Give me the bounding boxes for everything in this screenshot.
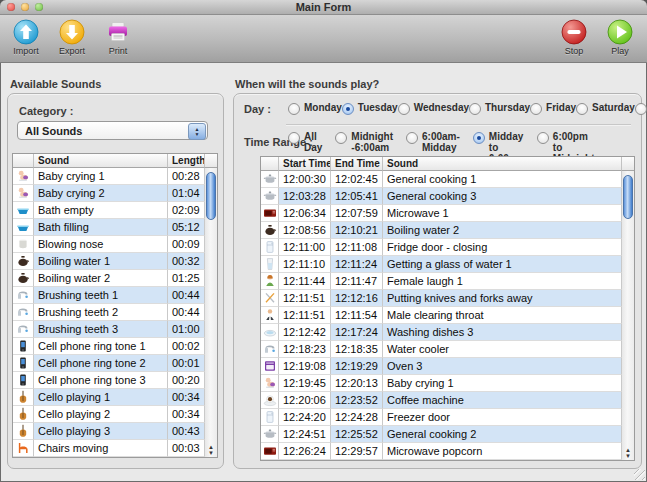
sound-name-cell: Brushing teeth 3 bbox=[34, 321, 168, 338]
end-time-cell: 12:29:57 bbox=[331, 443, 383, 460]
schedule-table-vertical-scrollbar[interactable]: ▲▼ bbox=[622, 171, 634, 460]
category-select[interactable]: All Sounds ▲▼ bbox=[17, 121, 208, 140]
start-time-cell: 12:03:28 bbox=[279, 188, 331, 205]
baby-icon bbox=[13, 168, 34, 185]
header-icon-column bbox=[13, 154, 34, 168]
day-option-monday[interactable]: Monday bbox=[288, 102, 342, 115]
toolbar: ImportExportPrint StopPlay bbox=[0, 15, 647, 63]
day-option-friday[interactable]: Friday bbox=[530, 102, 576, 115]
end-time-cell: 12:18:35 bbox=[331, 341, 383, 358]
phone-icon bbox=[13, 338, 34, 355]
day-option-thursday[interactable]: Thursday bbox=[469, 102, 530, 115]
start-time-cell: 12:06:34 bbox=[279, 205, 331, 222]
scrollbar-arrows[interactable]: ▲▼ bbox=[205, 444, 217, 456]
day-radio-wednesday[interactable] bbox=[398, 103, 410, 115]
available-sounds-box: Category : All Sounds ▲▼ SoundLengthBaby… bbox=[7, 93, 224, 469]
day-option-tuesday[interactable]: Tuesday bbox=[342, 102, 398, 115]
sound-name-cell: Brushing teeth 1 bbox=[34, 287, 168, 304]
start-time-cell: 12:20:06 bbox=[279, 392, 331, 409]
header-length: Length bbox=[168, 154, 205, 168]
day-option-saturday[interactable]: Saturday bbox=[576, 102, 635, 115]
time-range-radio-midnight-6-00am[interactable] bbox=[335, 132, 347, 144]
fridge-icon bbox=[261, 409, 279, 426]
time-range-radio-label: 6:00am-Midday bbox=[422, 131, 460, 153]
import-button[interactable]: Import bbox=[5, 17, 47, 56]
day-radio-thursday[interactable] bbox=[469, 103, 481, 115]
scroll-down-icon[interactable]: ▼ bbox=[625, 453, 631, 459]
time-range-radio-midday-to-6-00pm-selected[interactable] bbox=[473, 132, 485, 144]
print-button[interactable]: Print bbox=[97, 17, 139, 56]
sound-length-cell: 00:09 bbox=[168, 236, 205, 253]
end-time-cell: 12:11:47 bbox=[331, 273, 383, 290]
time-range-option-all-day[interactable]: All Day bbox=[288, 131, 322, 153]
schedule-sound-cell: Water cooler bbox=[383, 341, 622, 358]
time-range-radio-6-00am-midday[interactable] bbox=[406, 132, 418, 144]
play-button[interactable]: Play bbox=[599, 17, 641, 56]
faucet-icon bbox=[13, 304, 34, 321]
schedule-sound-cell: Fridge door - closing bbox=[383, 239, 622, 256]
time-range-option-6-00am-midday[interactable]: 6:00am-Midday bbox=[406, 131, 460, 153]
time-range-option-midnight-6-00am[interactable]: Midnight-6:00am bbox=[335, 131, 393, 153]
scroll-down-icon[interactable]: ▼ bbox=[208, 450, 214, 456]
day-radio-sunday[interactable] bbox=[635, 103, 647, 115]
window-title: Main Form bbox=[0, 1, 647, 13]
print-icon bbox=[105, 19, 131, 45]
end-time-cell: 12:25:52 bbox=[331, 426, 383, 443]
pot-icon bbox=[261, 188, 279, 205]
stop-button-label: Stop bbox=[565, 46, 584, 56]
time-range-radio-6-00pm-to-midnight[interactable] bbox=[537, 132, 549, 144]
sound-name-cell: Cello playing 3 bbox=[34, 423, 168, 440]
schedule-sound-cell: Washing dishes 3 bbox=[383, 324, 622, 341]
coffee-icon bbox=[261, 392, 279, 409]
day-radio-tuesday-selected[interactable] bbox=[342, 103, 354, 115]
phone-icon bbox=[13, 355, 34, 372]
sounds-table-vertical-scrollbar[interactable]: ▲▼ bbox=[205, 168, 217, 457]
start-time-cell: 12:11:51 bbox=[279, 290, 331, 307]
stop-icon bbox=[561, 19, 587, 45]
sound-length-cell: 00:34 bbox=[168, 389, 205, 406]
schedule-sound-cell: General cooking 3 bbox=[383, 188, 622, 205]
day-option-wednesday[interactable]: Wednesday bbox=[398, 102, 469, 115]
start-time-cell: 12:11:51 bbox=[279, 307, 331, 324]
sound-name-cell: Baby crying 2 bbox=[34, 185, 168, 202]
tissue-icon bbox=[13, 236, 34, 253]
resize-grip-icon[interactable] bbox=[634, 469, 645, 480]
scrollbar-thumb[interactable] bbox=[206, 172, 216, 220]
category-label: Category : bbox=[19, 105, 73, 117]
sound-name-cell: Bath filling bbox=[34, 219, 168, 236]
faucet-icon bbox=[261, 341, 279, 358]
time-range-radio-label: Midnight-6:00am bbox=[351, 131, 393, 153]
time-range-radio-all-day[interactable] bbox=[288, 132, 300, 144]
baby-icon bbox=[13, 185, 34, 202]
stop-button[interactable]: Stop bbox=[553, 17, 595, 56]
start-time-cell: 12:19:08 bbox=[279, 358, 331, 375]
schedule-table: Start TimeEnd TimeSound12:00:3012:02:45G… bbox=[260, 156, 635, 461]
pot-icon bbox=[261, 426, 279, 443]
scrollbar-arrows[interactable]: ▲▼ bbox=[622, 447, 634, 459]
start-time-cell: 12:11:00 bbox=[279, 239, 331, 256]
day-radio-saturday[interactable] bbox=[576, 103, 588, 115]
select-stepper-icon[interactable]: ▲▼ bbox=[188, 123, 206, 140]
title-bar[interactable]: Main Form bbox=[0, 0, 647, 15]
export-button[interactable]: Export bbox=[51, 17, 93, 56]
sound-length-cell: 00:43 bbox=[168, 423, 205, 440]
faucet-icon bbox=[13, 287, 34, 304]
sound-name-cell: Boiling water 2 bbox=[34, 270, 168, 287]
day-radio-label: Thursday bbox=[485, 102, 530, 113]
schedule-sound-cell: General cooking 1 bbox=[383, 171, 622, 188]
sound-length-cell: 00:44 bbox=[168, 287, 205, 304]
start-time-cell: 12:12:42 bbox=[279, 324, 331, 341]
baby-icon bbox=[261, 375, 279, 392]
fridge-icon bbox=[261, 239, 279, 256]
schedule-sound-cell: Microwave 1 bbox=[383, 205, 622, 222]
scrollbar-thumb[interactable] bbox=[623, 175, 633, 219]
sounds-table: SoundLengthBaby crying 100:28Baby crying… bbox=[12, 153, 218, 458]
day-radio-friday[interactable] bbox=[530, 103, 542, 115]
sound-length-cell: 00:32 bbox=[168, 253, 205, 270]
day-option-sunday[interactable]: Sunday bbox=[635, 102, 647, 115]
day-radio-monday[interactable] bbox=[288, 103, 300, 115]
end-time-cell: 12:02:45 bbox=[331, 171, 383, 188]
cello-icon bbox=[13, 423, 34, 440]
time-range-radio-label: All Day bbox=[304, 131, 322, 153]
start-time-cell: 12:00:30 bbox=[279, 171, 331, 188]
